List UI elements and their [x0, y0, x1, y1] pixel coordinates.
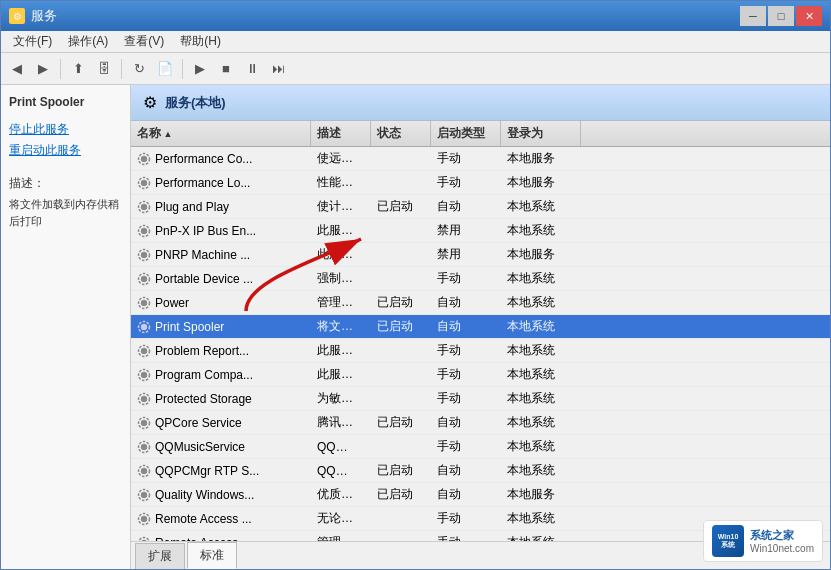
table-row[interactable]: Problem Report... 此服… 手动 本地系统 [131, 339, 830, 363]
show-hide-button[interactable]: 🗄 [92, 57, 116, 81]
forward-button[interactable]: ▶ [31, 57, 55, 81]
td-name: QQPCMgr RTP S... [131, 459, 311, 482]
table-row[interactable]: QQMusicService QQ… 手动 本地系统 [131, 435, 830, 459]
up-button[interactable]: ⬆ [66, 57, 90, 81]
td-logon: 本地系统 [501, 315, 581, 338]
td-startup: 手动 [431, 387, 501, 410]
td-logon: 本地系统 [501, 531, 581, 541]
td-status: 已启动 [371, 195, 431, 218]
td-startup: 手动 [431, 339, 501, 362]
td-desc: 管理… [311, 291, 371, 314]
services-table[interactable]: 名称 描述 状态 启动类型 登录为 Performance Co... 使远… … [131, 121, 830, 541]
td-startup: 禁用 [431, 219, 501, 242]
restart-button[interactable]: ⏭ [266, 57, 290, 81]
menu-help[interactable]: 帮助(H) [172, 31, 229, 52]
gear-icon [137, 248, 151, 262]
play-button[interactable]: ▶ [188, 57, 212, 81]
td-status [371, 147, 431, 170]
table-row[interactable]: Plug and Play 使计… 已启动 自动 本地系统 [131, 195, 830, 219]
main-content: Print Spooler 停止此服务 重启动此服务 描述： 将文件加载到内存供… [1, 85, 830, 569]
svg-point-14 [141, 324, 147, 330]
table-row[interactable]: Print Spooler 将文… 已启动 自动 本地系统 [131, 315, 830, 339]
table-row[interactable]: Performance Lo... 性能… 手动 本地服务 [131, 171, 830, 195]
description-text: 将文件加载到内存供稍后打印 [9, 196, 122, 229]
td-status [371, 531, 431, 541]
td-logon: 本地服务 [501, 147, 581, 170]
svg-point-22 [141, 420, 147, 426]
maximize-button[interactable]: □ [768, 6, 794, 26]
export-button[interactable]: 📄 [153, 57, 177, 81]
watermark-site: Win10net.com [750, 543, 814, 554]
td-logon: 本地系统 [501, 219, 581, 242]
td-desc: 将文… [311, 315, 371, 338]
table-row[interactable]: PNRP Machine ... 此服… 禁用 本地服务 [131, 243, 830, 267]
td-desc: 使远… [311, 147, 371, 170]
restart-service-link[interactable]: 重启动此服务 [9, 142, 122, 159]
close-button[interactable]: ✕ [796, 6, 822, 26]
menu-file[interactable]: 文件(F) [5, 31, 60, 52]
watermark-text: 系统之家 Win10net.com [750, 528, 814, 554]
td-desc: QQ… [311, 459, 371, 482]
svg-point-4 [141, 204, 147, 210]
table-row[interactable]: Protected Storage 为敏… 手动 本地系统 [131, 387, 830, 411]
stop-service-link[interactable]: 停止此服务 [9, 121, 122, 138]
td-status: 已启动 [371, 315, 431, 338]
th-startup[interactable]: 启动类型 [431, 121, 501, 146]
gear-icon [137, 368, 151, 382]
left-panel-title: Print Spooler [9, 95, 122, 109]
table-row[interactable]: Quality Windows... 优质… 已启动 自动 本地服务 [131, 483, 830, 507]
table-row[interactable]: QPCore Service 腾讯… 已启动 自动 本地系统 [131, 411, 830, 435]
td-desc: 腾讯… [311, 411, 371, 434]
table-row[interactable]: Power 管理… 已启动 自动 本地系统 [131, 291, 830, 315]
tab-standard[interactable]: 标准 [187, 542, 237, 569]
td-desc: 此服… [311, 339, 371, 362]
title-bar: ⚙ 服务 ─ □ ✕ [1, 1, 830, 31]
table-row[interactable]: Portable Device ... 强制… 手动 本地系统 [131, 267, 830, 291]
th-status[interactable]: 状态 [371, 121, 431, 146]
td-logon: 本地系统 [501, 435, 581, 458]
pause-button[interactable]: ⏸ [240, 57, 264, 81]
toolbar-separator-1 [60, 59, 61, 79]
menu-bar: 文件(F) 操作(A) 查看(V) 帮助(H) [1, 31, 830, 53]
td-logon: 本地系统 [501, 363, 581, 386]
menu-action[interactable]: 操作(A) [60, 31, 116, 52]
svg-point-6 [141, 228, 147, 234]
toolbar-separator-3 [182, 59, 183, 79]
td-desc: 强制… [311, 267, 371, 290]
svg-point-20 [141, 396, 147, 402]
svg-point-28 [141, 492, 147, 498]
td-name: Performance Co... [131, 147, 311, 170]
td-logon: 本地系统 [501, 291, 581, 314]
td-desc: QQ… [311, 435, 371, 458]
gear-icon [137, 440, 151, 454]
table-row[interactable]: PnP-X IP Bus En... 此服… 禁用 本地系统 [131, 219, 830, 243]
td-status [371, 219, 431, 242]
minimize-button[interactable]: ─ [740, 6, 766, 26]
gear-icon [137, 512, 151, 526]
back-button[interactable]: ◀ [5, 57, 29, 81]
svg-point-10 [141, 276, 147, 282]
tab-expand[interactable]: 扩展 [135, 543, 185, 569]
td-desc: 性能… [311, 171, 371, 194]
td-startup: 禁用 [431, 243, 501, 266]
svg-point-8 [141, 252, 147, 258]
td-name: Problem Report... [131, 339, 311, 362]
menu-view[interactable]: 查看(V) [116, 31, 172, 52]
table-row[interactable]: Performance Co... 使远… 手动 本地服务 [131, 147, 830, 171]
td-startup: 手动 [431, 531, 501, 541]
table-row[interactable]: QQPCMgr RTP S... QQ… 已启动 自动 本地系统 [131, 459, 830, 483]
th-desc[interactable]: 描述 [311, 121, 371, 146]
td-name: Print Spooler [131, 315, 311, 338]
table-row[interactable]: Program Compa... 此服… 手动 本地系统 [131, 363, 830, 387]
td-desc: 此服… [311, 219, 371, 242]
td-startup: 手动 [431, 435, 501, 458]
gear-icon [137, 224, 151, 238]
td-startup: 手动 [431, 363, 501, 386]
stop-button[interactable]: ■ [214, 57, 238, 81]
td-startup: 手动 [431, 267, 501, 290]
refresh-button[interactable]: ↻ [127, 57, 151, 81]
th-logon[interactable]: 登录为 [501, 121, 581, 146]
svg-point-2 [141, 180, 147, 186]
th-name[interactable]: 名称 [131, 121, 311, 146]
window-controls: ─ □ ✕ [740, 6, 822, 26]
